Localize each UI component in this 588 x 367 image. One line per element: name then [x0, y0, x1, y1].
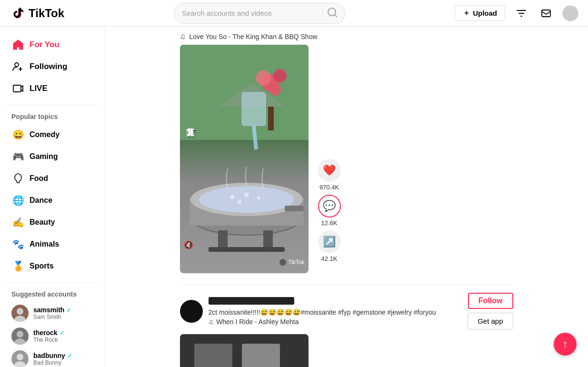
samsmith-avatar: [11, 305, 29, 322]
topic-sports[interactable]: 🏅 Sports: [6, 256, 99, 277]
filter-icon-button[interactable]: [513, 5, 530, 22]
samsmith-verified-icon: ✓: [66, 307, 71, 314]
suggested-account-badbunny[interactable]: badbunny ✓ Bad Bunny: [6, 347, 99, 367]
user-avatar[interactable]: [562, 5, 578, 21]
like-button[interactable]: ❤️ 970.4K: [318, 159, 341, 191]
logo-text: TikTok: [29, 7, 64, 20]
food-icon: [11, 172, 25, 185]
samsmith-username: samsmith ✓: [33, 306, 71, 314]
search-button[interactable]: [328, 8, 337, 19]
nav-divider: [6, 105, 99, 105]
tiktok-watermark-icon: [279, 259, 286, 266]
topic-label-sports: Sports: [30, 262, 54, 270]
svg-point-8: [14, 361, 26, 367]
badbunny-display-name: Bad Bunny: [33, 359, 72, 366]
svg-point-11: [273, 69, 287, 82]
upload-plus-icon: ＋: [463, 9, 470, 18]
search-icon: [328, 8, 337, 17]
search-divider: [322, 9, 323, 18]
share-button[interactable]: ↗️ 42.1K: [318, 230, 341, 262]
sports-icon: 🏅: [11, 259, 25, 273]
therock-avatar-img: [11, 327, 29, 345]
therock-info: therock ✓ The Rock: [33, 329, 65, 343]
topics-divider: [6, 282, 99, 283]
video2-caption: 2ct moissanite!!!!!😅😅😅😅😅#moissanite #fyp…: [209, 308, 462, 316]
samsmith-info: samsmith ✓ Sam Smith: [33, 306, 71, 320]
svg-point-13: [256, 70, 271, 86]
svg-point-19: [199, 186, 294, 213]
tiktok-logo-icon: [10, 5, 26, 21]
suggested-accounts-title: Suggested accounts: [6, 288, 99, 302]
following-icon: [11, 60, 25, 73]
upload-button[interactable]: ＋ Upload: [455, 5, 505, 21]
topic-label-comedy: Comedy: [30, 130, 60, 139]
gaming-icon: 🎮: [11, 150, 25, 163]
video1-container: 复蒸 TikTok 🔇 ❤️ 970.4K: [180, 45, 513, 273]
follow-button[interactable]: Follow: [468, 293, 513, 309]
topic-label-dance: Dance: [30, 196, 52, 205]
svg-point-20: [230, 195, 234, 199]
video1-mute-btn[interactable]: 🔇: [184, 240, 193, 249]
svg-rect-31: [242, 344, 280, 367]
content-area: ♫ Love You So - The King Khan & BBQ Show: [105, 27, 588, 367]
sidebar-label-live: LIVE: [30, 84, 48, 93]
logo[interactable]: TikTok: [10, 5, 64, 21]
main-layout: For You Following LIVE Popular top: [0, 27, 588, 367]
sidebar-item-live[interactable]: LIVE: [6, 78, 99, 99]
video1-actions: ❤️ 970.4K 💬 12.6K ↗️ 42.1K: [318, 45, 341, 273]
home-icon: [11, 38, 25, 51]
get-app-button[interactable]: Get app: [468, 313, 513, 329]
svg-point-23: [238, 200, 241, 204]
comedy-icon: 😀: [11, 128, 25, 141]
sidebar: For You Following LIVE Popular top: [0, 27, 105, 367]
comment-icon: 💬: [318, 195, 341, 218]
video2-thumbnail[interactable]: Free bi...: [180, 334, 309, 367]
svg-point-22: [257, 197, 260, 199]
topic-beauty[interactable]: ✍️ Beauty: [6, 212, 99, 233]
svg-rect-15: [242, 92, 266, 126]
video1-music-title: Love You So - The King Khan & BBQ Show: [189, 33, 318, 40]
topic-food[interactable]: Food: [6, 168, 99, 189]
comment-button[interactable]: 💬 12.6K: [318, 195, 341, 227]
sidebar-label-following: Following: [30, 62, 67, 71]
svg-rect-0: [542, 10, 550, 17]
svg-rect-2: [13, 85, 21, 92]
suggested-account-therock[interactable]: therock ✓ The Rock: [6, 325, 99, 347]
badbunny-avatar: [11, 350, 29, 367]
search-input[interactable]: [182, 9, 318, 17]
video1-watermark: TikTok: [279, 259, 304, 266]
topic-label-animals: Animals: [30, 240, 59, 248]
header-right: ＋ Upload: [455, 5, 578, 22]
video2-poster: 2ct moissanite!!!!!😅😅😅😅😅#moissanite #fyp…: [180, 293, 513, 329]
header: TikTok ＋ Upload: [0, 0, 588, 27]
like-count: 970.4K: [319, 184, 339, 191]
suggested-account-samsmith[interactable]: samsmith ✓ Sam Smith: [6, 302, 99, 325]
samsmith-display-name: Sam Smith: [33, 314, 71, 320]
messages-icon: [540, 8, 552, 19]
svg-rect-27: [209, 247, 285, 252]
topic-dance[interactable]: 🌐 Dance: [6, 190, 99, 211]
topic-comedy[interactable]: 😀 Comedy: [6, 124, 99, 145]
topic-animals[interactable]: 🐾 Animals: [6, 234, 99, 255]
animals-icon: 🐾: [11, 238, 25, 251]
badbunny-avatar-img: [11, 350, 29, 367]
video2-preview-img: Free bi...: [180, 334, 309, 367]
messages-icon-button[interactable]: [538, 5, 555, 22]
video-feed: ♫ Love You So - The King Khan & BBQ Show: [180, 27, 513, 367]
video2-poster-info: 2ct moissanite!!!!!😅😅😅😅😅#moissanite #fyp…: [209, 297, 462, 326]
sidebar-item-for-you[interactable]: For You: [6, 34, 99, 55]
topic-gaming[interactable]: 🎮 Gaming: [6, 146, 99, 167]
dance-icon: 🌐: [11, 194, 25, 207]
svg-point-4: [14, 316, 26, 322]
popular-topics-title: Popular topics: [6, 111, 99, 124]
video2-section: 2ct moissanite!!!!!😅😅😅😅😅#moissanite #fyp…: [180, 285, 513, 367]
scroll-to-top-button[interactable]: ↑: [554, 333, 577, 356]
comment-count: 12.6K: [321, 219, 338, 227]
svg-rect-26: [263, 230, 273, 249]
topic-label-beauty: Beauty: [30, 218, 55, 227]
svg-point-5: [17, 331, 23, 337]
sidebar-item-following[interactable]: Following: [6, 56, 99, 77]
badbunny-verified-icon: ✓: [67, 352, 72, 359]
video1-thumbnail[interactable]: 复蒸 TikTok 🔇: [180, 45, 309, 273]
video2-poster-avatar[interactable]: [180, 300, 203, 323]
